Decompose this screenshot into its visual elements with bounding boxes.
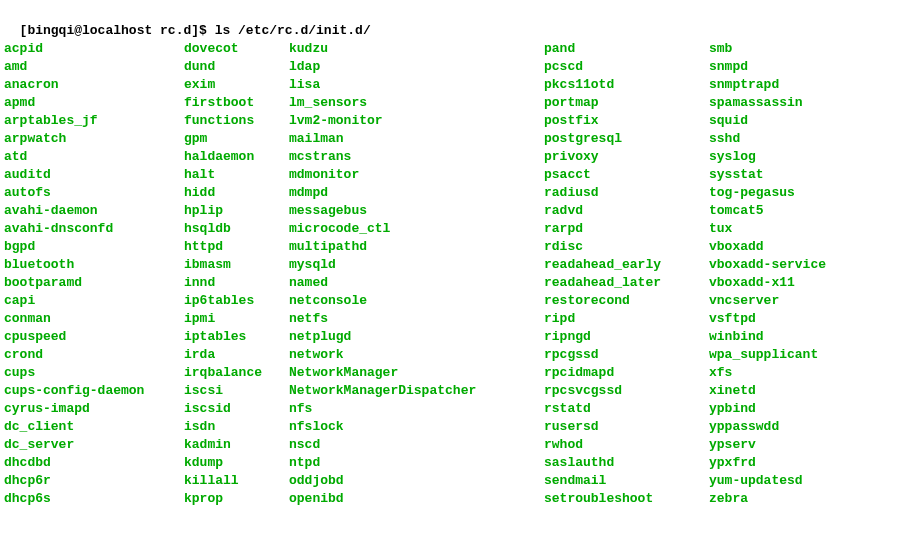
file-entry: dund	[184, 58, 289, 76]
command-text: ls /etc/rc.d/init.d/	[215, 23, 371, 38]
file-entry: tog-pegasus	[709, 184, 826, 202]
file-entry: lisa	[289, 76, 544, 94]
file-entry: mcstrans	[289, 148, 544, 166]
file-entry: cups-config-daemon	[4, 382, 184, 400]
file-entry: ibmasm	[184, 256, 289, 274]
file-entry: dhcdbd	[4, 454, 184, 472]
file-entry: autofs	[4, 184, 184, 202]
file-entry: vboxadd	[709, 238, 826, 256]
file-entry: NetworkManager	[289, 364, 544, 382]
file-entry: zebra	[709, 490, 826, 508]
file-entry: sysstat	[709, 166, 826, 184]
file-entry: isdn	[184, 418, 289, 436]
file-entry: dhcp6s	[4, 490, 184, 508]
file-entry: syslog	[709, 148, 826, 166]
file-entry: readahead_later	[544, 274, 709, 292]
file-entry: kprop	[184, 490, 289, 508]
file-entry: vsftpd	[709, 310, 826, 328]
file-entry: arptables_jf	[4, 112, 184, 130]
file-entry: yum-updatesd	[709, 472, 826, 490]
file-entry: dc_client	[4, 418, 184, 436]
prompt-prefix: [bingqi@localhost rc.d]$	[20, 23, 215, 38]
file-entry: vboxadd-x11	[709, 274, 826, 292]
file-entry: irqbalance	[184, 364, 289, 382]
file-entry: tomcat5	[709, 202, 826, 220]
file-entry: mailman	[289, 130, 544, 148]
file-entry: bluetooth	[4, 256, 184, 274]
file-entry: kdump	[184, 454, 289, 472]
column-4: pandpcscdpkcs11otdportmappostfixpostgres…	[544, 40, 709, 508]
file-entry: netfs	[289, 310, 544, 328]
file-entry: snmpd	[709, 58, 826, 76]
file-entry: pcscd	[544, 58, 709, 76]
file-entry: openibd	[289, 490, 544, 508]
file-entry: httpd	[184, 238, 289, 256]
file-entry: mdmpd	[289, 184, 544, 202]
file-entry: messagebus	[289, 202, 544, 220]
file-entry: dc_server	[4, 436, 184, 454]
file-entry: bgpd	[4, 238, 184, 256]
file-entry: acpid	[4, 40, 184, 58]
file-entry: yppasswdd	[709, 418, 826, 436]
file-entry: amd	[4, 58, 184, 76]
file-entry: rstatd	[544, 400, 709, 418]
file-entry: mysqld	[289, 256, 544, 274]
file-entry: rdisc	[544, 238, 709, 256]
file-entry: ip6tables	[184, 292, 289, 310]
file-entry: readahead_early	[544, 256, 709, 274]
file-entry: ypbind	[709, 400, 826, 418]
file-entry: spamassassin	[709, 94, 826, 112]
file-entry: ripngd	[544, 328, 709, 346]
file-entry: firstboot	[184, 94, 289, 112]
file-entry: pand	[544, 40, 709, 58]
file-entry: named	[289, 274, 544, 292]
file-entry: oddjobd	[289, 472, 544, 490]
file-entry: microcode_ctl	[289, 220, 544, 238]
file-entry: avahi-daemon	[4, 202, 184, 220]
column-3: kudzuldaplisalm_sensorslvm2-monitormailm…	[289, 40, 544, 508]
file-entry: halt	[184, 166, 289, 184]
file-entry: iptables	[184, 328, 289, 346]
file-entry: rpcgssd	[544, 346, 709, 364]
file-entry: portmap	[544, 94, 709, 112]
file-entry: cpuspeed	[4, 328, 184, 346]
column-2: dovecotdundeximfirstbootfunctionsgpmhald…	[184, 40, 289, 508]
file-entry: psacct	[544, 166, 709, 184]
file-entry: hplip	[184, 202, 289, 220]
file-entry: ldap	[289, 58, 544, 76]
column-1: acpidamdanacronapmdarptables_jfarpwatcha…	[4, 40, 184, 508]
file-entry: exim	[184, 76, 289, 94]
file-entry: lm_sensors	[289, 94, 544, 112]
file-entry: rwhod	[544, 436, 709, 454]
file-entry: haldaemon	[184, 148, 289, 166]
file-entry: smb	[709, 40, 826, 58]
file-entry: ripd	[544, 310, 709, 328]
file-entry: hsqldb	[184, 220, 289, 238]
file-entry: functions	[184, 112, 289, 130]
file-entry: xfs	[709, 364, 826, 382]
file-entry: anacron	[4, 76, 184, 94]
file-entry: dhcp6r	[4, 472, 184, 490]
file-entry: kadmin	[184, 436, 289, 454]
file-entry: sendmail	[544, 472, 709, 490]
file-entry: cups	[4, 364, 184, 382]
file-entry: netconsole	[289, 292, 544, 310]
file-entry: netplugd	[289, 328, 544, 346]
file-entry: xinetd	[709, 382, 826, 400]
file-entry: multipathd	[289, 238, 544, 256]
file-entry: atd	[4, 148, 184, 166]
file-entry: setroubleshoot	[544, 490, 709, 508]
file-entry: gpm	[184, 130, 289, 148]
file-entry: vboxadd-service	[709, 256, 826, 274]
file-entry: winbind	[709, 328, 826, 346]
file-entry: lvm2-monitor	[289, 112, 544, 130]
file-entry: hidd	[184, 184, 289, 202]
file-entry: killall	[184, 472, 289, 490]
file-entry: pkcs11otd	[544, 76, 709, 94]
file-entry: saslauthd	[544, 454, 709, 472]
file-entry: conman	[4, 310, 184, 328]
file-entry: rpcsvcgssd	[544, 382, 709, 400]
file-entry: dovecot	[184, 40, 289, 58]
file-entry: crond	[4, 346, 184, 364]
file-entry: vncserver	[709, 292, 826, 310]
